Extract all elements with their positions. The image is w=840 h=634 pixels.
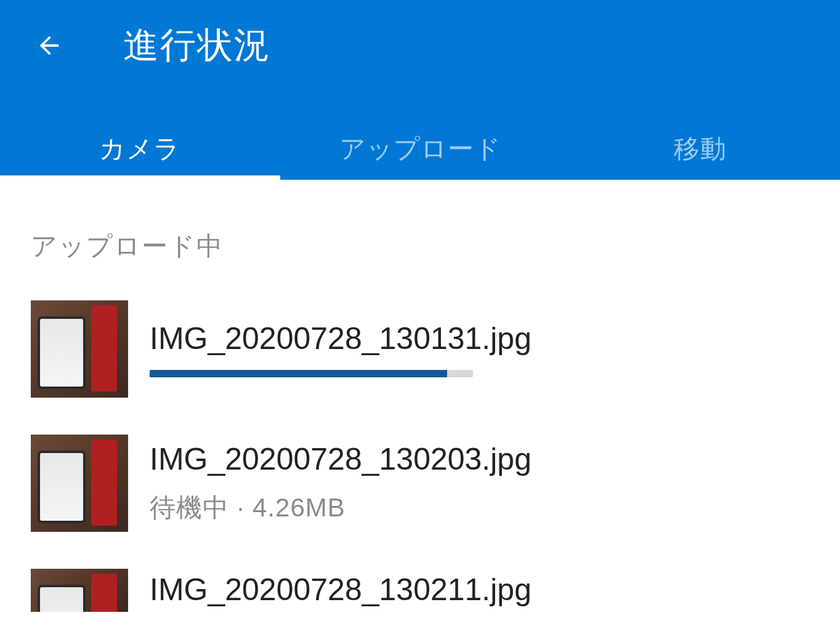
page-title: 進行状況 <box>123 22 271 70</box>
upload-item[interactable]: IMG_20200728_130211.jpg <box>31 569 809 612</box>
app-header: 進行状況 カメラ アップロード 移動 <box>0 0 840 180</box>
filename-label: IMG_20200728_130211.jpg <box>150 572 809 609</box>
tab-label: 移動 <box>674 132 727 166</box>
item-body: IMG_20200728_130211.jpg <box>150 572 809 609</box>
progress-fill <box>150 370 447 377</box>
item-body: IMG_20200728_130131.jpg <box>150 321 809 377</box>
thumbnail-icon <box>31 300 128 398</box>
tab-camera[interactable]: カメラ <box>0 118 280 180</box>
separator: · <box>237 493 252 522</box>
upload-item[interactable]: IMG_20200728_130203.jpg 待機中 · 4.26MB <box>31 435 809 532</box>
tab-label: アップロード <box>339 132 501 166</box>
item-body: IMG_20200728_130203.jpg 待機中 · 4.26MB <box>150 441 809 525</box>
section-label: アップロード中 <box>31 229 809 263</box>
upload-item[interactable]: IMG_20200728_130131.jpg <box>31 300 809 398</box>
tab-move[interactable]: 移動 <box>560 118 840 180</box>
thumbnail-icon <box>31 569 128 612</box>
status-line: 待機中 · 4.26MB <box>150 491 809 525</box>
content-area: アップロード中 IMG_20200728_130131.jpg IMG_2020… <box>0 229 840 612</box>
tab-upload[interactable]: アップロード <box>280 118 560 180</box>
tab-bar: カメラ アップロード 移動 <box>0 118 840 180</box>
titlebar: 進行状況 <box>0 0 840 80</box>
filename-label: IMG_20200728_130131.jpg <box>150 321 809 356</box>
back-button[interactable] <box>31 27 68 64</box>
filename-label: IMG_20200728_130203.jpg <box>150 441 809 477</box>
thumbnail-icon <box>31 435 128 532</box>
upload-progress-bar <box>150 370 473 377</box>
back-arrow-icon <box>35 31 63 60</box>
tab-label: カメラ <box>99 132 180 166</box>
size-text: 4.26MB <box>252 493 345 522</box>
status-text: 待機中 <box>150 493 229 522</box>
